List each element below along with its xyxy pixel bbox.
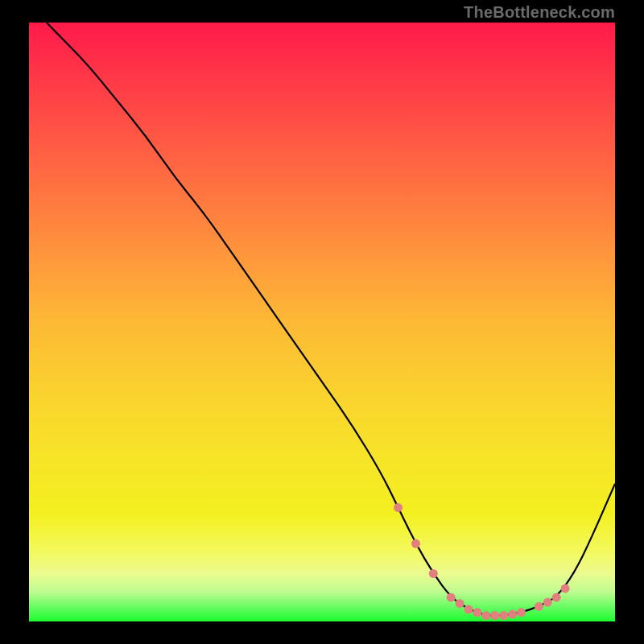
- curve-marker: [508, 610, 517, 619]
- curve-marker: [517, 608, 526, 617]
- curve-marker: [456, 599, 464, 608]
- attribution-text: TheBottleneck.com: [464, 3, 615, 22]
- curve-marker: [429, 569, 438, 578]
- curve-line: [47, 23, 615, 616]
- bottleneck-curve: [29, 23, 615, 621]
- plot-area: [29, 23, 615, 621]
- curve-marker: [490, 611, 499, 620]
- curve-marker: [552, 593, 561, 602]
- curve-marker: [543, 598, 552, 607]
- chart-container: TheBottleneck.com: [0, 0, 644, 644]
- curve-marker: [535, 602, 543, 611]
- curve-marker: [473, 608, 481, 617]
- curve-marker: [447, 593, 456, 602]
- curve-marker: [411, 539, 420, 548]
- curve-markers: [394, 503, 569, 620]
- curve-marker: [394, 503, 402, 512]
- curve-marker: [464, 605, 473, 614]
- curve-marker: [481, 611, 490, 620]
- curve-marker: [499, 611, 508, 620]
- curve-marker: [561, 584, 570, 593]
